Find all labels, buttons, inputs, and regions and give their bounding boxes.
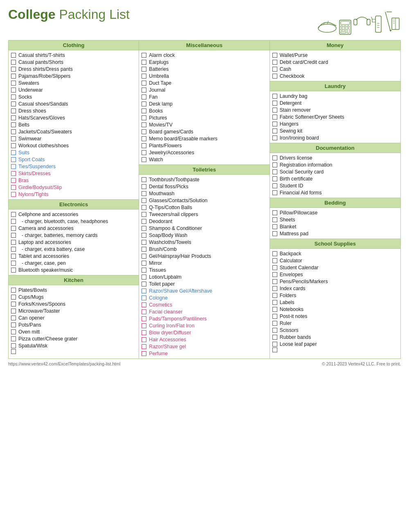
- checkbox[interactable]: [11, 164, 16, 169]
- checkbox[interactable]: [142, 309, 146, 314]
- checkbox[interactable]: [142, 212, 146, 217]
- checkbox[interactable]: [11, 254, 16, 259]
- checkbox[interactable]: [272, 300, 277, 305]
- checkbox[interactable]: [272, 176, 277, 181]
- checkbox[interactable]: [272, 293, 277, 298]
- checkbox[interactable]: [142, 60, 146, 65]
- checkbox[interactable]: [142, 240, 146, 245]
- checkbox[interactable]: [272, 115, 277, 119]
- checkbox[interactable]: [11, 185, 16, 190]
- checkbox[interactable]: [11, 302, 16, 307]
- checkbox[interactable]: [11, 67, 16, 72]
- checkbox[interactable]: [142, 302, 146, 307]
- checkbox[interactable]: [11, 101, 16, 106]
- checkbox[interactable]: [11, 322, 16, 327]
- checkbox[interactable]: [11, 316, 16, 320]
- checkbox[interactable]: [142, 108, 146, 113]
- checkbox[interactable]: [272, 210, 277, 215]
- checkbox[interactable]: [11, 288, 16, 293]
- checkbox[interactable]: [11, 212, 16, 217]
- checkbox[interactable]: [142, 74, 146, 79]
- checkbox[interactable]: [272, 74, 277, 79]
- checkbox[interactable]: [142, 205, 146, 210]
- checkbox[interactable]: [11, 95, 16, 99]
- checkbox[interactable]: [272, 251, 277, 256]
- checkbox[interactable]: [142, 316, 146, 321]
- checkbox[interactable]: [11, 261, 16, 266]
- checkbox[interactable]: [142, 198, 146, 203]
- checkbox[interactable]: [142, 53, 146, 58]
- checkbox[interactable]: [11, 136, 16, 141]
- checkbox[interactable]: [142, 191, 146, 196]
- checkbox[interactable]: [142, 95, 146, 99]
- checkbox[interactable]: [142, 330, 146, 335]
- checkbox[interactable]: [142, 247, 146, 252]
- checkbox[interactable]: [11, 226, 16, 231]
- checkbox[interactable]: [11, 81, 16, 86]
- checkbox[interactable]: [11, 129, 16, 134]
- checkbox[interactable]: [272, 122, 277, 126]
- checkbox[interactable]: [11, 88, 16, 92]
- checkbox[interactable]: [272, 224, 277, 229]
- checkbox[interactable]: [11, 150, 16, 155]
- checkbox[interactable]: [272, 279, 277, 284]
- checkbox[interactable]: [272, 183, 277, 188]
- checkbox[interactable]: [11, 143, 16, 148]
- checkbox[interactable]: [142, 122, 146, 127]
- checkbox[interactable]: [272, 217, 277, 222]
- checkbox[interactable]: [11, 247, 16, 252]
- checkbox[interactable]: [142, 129, 146, 134]
- checkbox[interactable]: [272, 162, 277, 167]
- checkbox[interactable]: [11, 336, 16, 341]
- checkbox[interactable]: [272, 307, 277, 312]
- checkbox[interactable]: [272, 335, 277, 340]
- checkbox[interactable]: [272, 347, 277, 352]
- checkbox[interactable]: [142, 289, 146, 293]
- checkbox[interactable]: [142, 143, 146, 148]
- checkbox[interactable]: [272, 258, 277, 263]
- checkbox[interactable]: [142, 157, 146, 162]
- checkbox[interactable]: [11, 309, 16, 313]
- checkbox[interactable]: [272, 314, 277, 319]
- checkbox[interactable]: [11, 157, 16, 162]
- checkbox[interactable]: [142, 233, 146, 238]
- checkbox[interactable]: [272, 272, 277, 277]
- checkbox[interactable]: [272, 135, 277, 140]
- checkbox[interactable]: [11, 60, 16, 65]
- checkbox[interactable]: [272, 67, 277, 72]
- checkbox[interactable]: [142, 81, 146, 86]
- checkbox[interactable]: [142, 261, 146, 266]
- checkbox[interactable]: [142, 67, 146, 72]
- checkbox[interactable]: [272, 342, 277, 347]
- checkbox[interactable]: [11, 115, 16, 120]
- checkbox[interactable]: [11, 295, 16, 300]
- checkbox[interactable]: [272, 94, 277, 99]
- checkbox[interactable]: [142, 295, 146, 300]
- checkbox[interactable]: [11, 343, 16, 348]
- checkbox[interactable]: [142, 184, 146, 189]
- checkbox[interactable]: [142, 337, 146, 342]
- checkbox[interactable]: [142, 177, 146, 182]
- checkbox[interactable]: [272, 108, 277, 113]
- checkbox[interactable]: [142, 344, 146, 349]
- checkbox[interactable]: [272, 190, 277, 195]
- checkbox[interactable]: [272, 328, 277, 333]
- checkbox[interactable]: [272, 265, 277, 270]
- checkbox[interactable]: [142, 351, 146, 356]
- checkbox[interactable]: [272, 321, 277, 326]
- checkbox[interactable]: [272, 231, 277, 236]
- checkbox[interactable]: [11, 122, 16, 127]
- checkbox[interactable]: [142, 136, 146, 141]
- checkbox[interactable]: [11, 240, 16, 245]
- checkbox[interactable]: [142, 254, 146, 259]
- checkbox[interactable]: [11, 74, 16, 79]
- checkbox[interactable]: [272, 60, 277, 65]
- checkbox[interactable]: [11, 53, 16, 58]
- checkbox[interactable]: [11, 349, 16, 354]
- checkbox[interactable]: [272, 169, 277, 174]
- checkbox[interactable]: [142, 275, 146, 280]
- checkbox[interactable]: [272, 286, 277, 291]
- checkbox[interactable]: [142, 226, 146, 231]
- checkbox[interactable]: [142, 115, 146, 120]
- checkbox[interactable]: [272, 128, 277, 133]
